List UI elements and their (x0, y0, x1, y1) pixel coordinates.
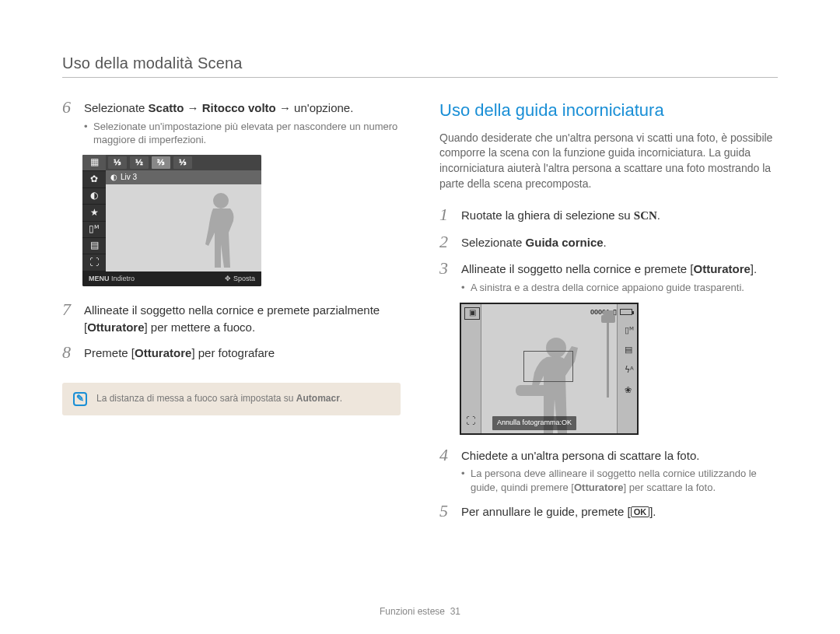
text: Ruotate la ghiera di selezione su (461, 208, 634, 222)
left-column: 6 Selezionate Scatto → Ritocco volto → u… (62, 98, 401, 529)
scn-label: SCN (634, 209, 657, 222)
lcd-icon: ❀ (625, 384, 634, 397)
text: Allineate il soggetto nella cornice e pr… (461, 262, 694, 275)
step-number: 8 (62, 343, 76, 362)
text: Premete [ (84, 346, 135, 359)
lcd-icon: ▤ (625, 344, 634, 356)
bold: Automacr (296, 393, 340, 404)
lcd-left-icons: ▦ ✿ ◐ ★ ▯ᴹ ▤ ⛶ (82, 155, 106, 271)
bold: Scatto (149, 101, 184, 114)
svg-rect-2 (516, 385, 548, 396)
section-intro: Quando desiderate che un'altra persona v… (439, 131, 778, 191)
footer-right: Sposta (233, 275, 255, 282)
step-4: 4 Chiedete a un'altra persona di scattar… (439, 446, 778, 495)
lcd-footer: MENU Indietro ✥ Sposta (82, 271, 261, 286)
step-1: 1 Ruotate la ghiera di selezione su SCN. (439, 205, 778, 225)
step-body: Selezionate Scatto → Ritocco volto → un'… (84, 98, 401, 147)
lcd-icon: ⛶ (466, 415, 475, 428)
camera-lcd-frame-guide: ▣ 00001 ▯ ▯ᴹ ▤ ϟᴬ ❀ ⛶ Annulla fotogramma… (460, 303, 639, 435)
guide-left (461, 304, 481, 433)
label-icon: ◐ (110, 172, 117, 184)
text: . (604, 236, 607, 249)
text: Selezionate (84, 101, 149, 114)
arrow: → (276, 101, 294, 114)
section-header: Uso della modalità Scena (62, 54, 778, 78)
step-number: 6 (62, 98, 76, 147)
text: ] per fotografare (191, 346, 275, 359)
text: Allineate il soggetto nella cornice e pr… (84, 303, 380, 317)
svg-point-0 (213, 193, 229, 208)
step-7: 7 Allineate il soggetto nella cornice e … (62, 300, 401, 336)
step-6: 6 Selezionate Scatto → Ritocco volto → u… (62, 98, 401, 147)
bold: Ritocco volto (202, 101, 276, 114)
text: un'opzione. (294, 101, 353, 114)
step-number: 3 (439, 259, 453, 294)
person-silhouette (191, 190, 246, 271)
note-text: La distanza di messa a fuoco sarà impost… (96, 392, 342, 405)
text: ] per scattare la foto. (624, 482, 716, 493)
step-8: 8 Premete [Otturatore] per fotografare (62, 343, 401, 362)
page-footer: Funzioni estese 31 (0, 606, 840, 617)
bullet: La persona deve allineare il soggetto ne… (461, 467, 778, 494)
lcd-icon: ★ (82, 205, 106, 221)
note-icon: ✎ (73, 392, 87, 406)
battery-icon (620, 309, 632, 315)
arrow: → (184, 101, 201, 114)
step-2: 2 Selezionate Guida cornice. (439, 233, 778, 251)
focus-frame (523, 351, 573, 382)
lcd-option-selected: ⅔ (152, 156, 170, 169)
section-title: Uso della guida incorniciatura (439, 98, 778, 123)
note-box: ✎ La distanza di messa a fuoco sarà impo… (62, 383, 401, 415)
footer-left: Indietro (111, 275, 135, 282)
label-text: Liv 3 (121, 172, 137, 184)
bold: Guida cornice (526, 236, 604, 249)
lcd-icon: ◐ (82, 188, 106, 205)
text: Per annullare le guide, premete [ (461, 505, 631, 518)
bullet: A sinistra e a destra della cornice appa… (461, 281, 778, 295)
text: ]. (649, 505, 656, 518)
lcd-icon: ▯ᴹ (82, 222, 106, 238)
lcd-icon: ϟᴬ (625, 364, 634, 377)
right-column: Uso della guida incorniciatura Quando de… (439, 98, 778, 529)
step-5: 5 Per annullare le guide, premete [OK]. (439, 502, 778, 520)
lcd-footer-label: Annulla fotogramma:OK (492, 416, 576, 429)
step-number: 7 (62, 300, 76, 336)
step-body: Per annullare le guide, premete [OK]. (461, 502, 778, 520)
lcd-icon: ▯ᴹ (625, 324, 634, 337)
lcd-icon: ▦ (82, 155, 106, 171)
step-body: Ruotate la ghiera di selezione su SCN. (461, 205, 778, 225)
lcd-icon: ⛶ (82, 254, 106, 271)
step-3: 3 Allineate il soggetto nella cornice e … (439, 259, 778, 294)
bold: Otturatore (694, 262, 751, 275)
step-body: Chiedete a un'altra persona di scattare … (461, 446, 778, 495)
text: Chiedete a un'altra persona di scattare … (461, 447, 778, 464)
ok-button-label: OK (631, 506, 650, 517)
lcd-label-row: ◐ Liv 3 (106, 170, 261, 185)
bold: Otturatore (87, 321, 144, 334)
bullet: Selezionate un'impostazione più elevata … (84, 120, 401, 147)
mode-icon: ▣ (464, 307, 480, 320)
lcd-icon: ✿ (82, 171, 106, 187)
step-body: Allineate il soggetto nella cornice e pr… (461, 259, 778, 294)
page-number: 31 (450, 606, 460, 617)
text: ] per mettere a fuoco. (145, 321, 256, 334)
lcd-content: ⅓ ⅟₂ ⅔ ⅓ ◐ Liv 3 (106, 155, 261, 271)
bold: Otturatore (135, 346, 191, 359)
menu-icon: MENU (89, 275, 110, 282)
footer-label: Funzioni estese (380, 606, 445, 617)
text: La distanza di messa a fuoco sarà impost… (96, 393, 296, 404)
lcd-option-row: ⅓ ⅟₂ ⅔ ⅓ (106, 155, 261, 170)
move-icon: ✥ (225, 275, 231, 282)
lcd-option: ⅓ (173, 156, 192, 169)
right-icons: ▯ᴹ ▤ ϟᴬ ❀ (625, 324, 634, 398)
step-number: 1 (439, 205, 453, 225)
text: Selezionate (461, 236, 526, 249)
lcd-option: ⅟₂ (130, 156, 149, 169)
bold: Otturatore (574, 482, 624, 493)
camera-lcd-retouch: ▦ ✿ ◐ ★ ▯ᴹ ▤ ⛶ ⅓ ⅟₂ ⅔ ⅓ ◐ (82, 155, 261, 286)
columns: 6 Selezionate Scatto → Ritocco volto → u… (62, 98, 778, 529)
text: . (657, 208, 660, 222)
step-body: Selezionate Guida cornice. (461, 233, 778, 251)
lcd-icon: ▤ (82, 238, 106, 254)
step-body: Premete [Otturatore] per fotografare (84, 343, 401, 362)
